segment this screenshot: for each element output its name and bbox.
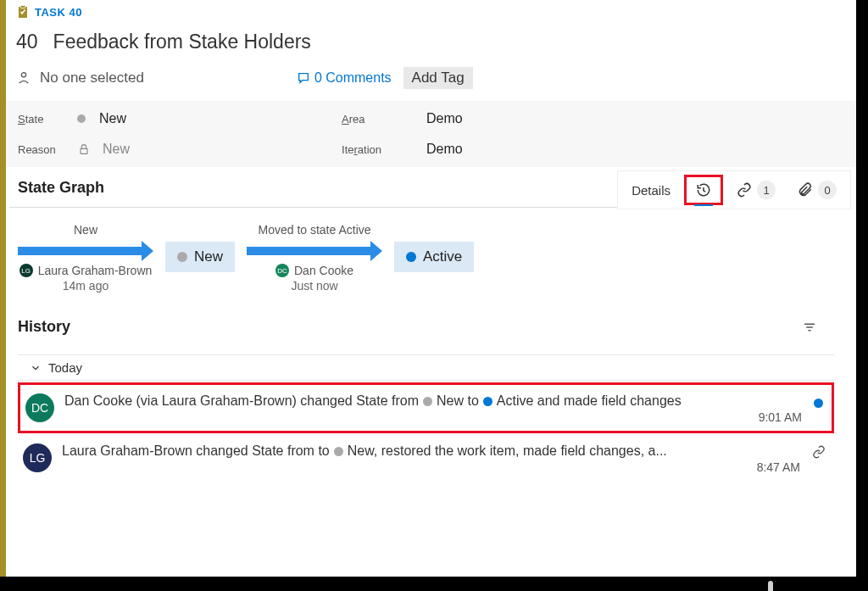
- filter-icon[interactable]: [802, 320, 817, 335]
- sg-transition-1: New LG Laura Graham-Brown 14m ago: [18, 223, 153, 293]
- lock-icon: [77, 142, 91, 156]
- entry-body: Laura Graham-Brown changed State from to…: [62, 443, 802, 474]
- content-area: Details 1 0 State Graph New LG: [6, 167, 856, 481]
- field-reason[interactable]: Reason New: [18, 142, 130, 157]
- reason-value: New: [103, 142, 130, 157]
- history-head: History: [18, 318, 834, 336]
- entry-text: Dan Cooke (via Laura Graham-Brown) chang…: [64, 393, 804, 409]
- history-title: History: [18, 318, 70, 336]
- fields-grid: SStatetate New Reason New AreaArea Demo …: [6, 101, 856, 167]
- entry-time: 8:47 AM: [62, 460, 802, 474]
- unread-dot-icon: [814, 399, 823, 408]
- history-entry-1[interactable]: DC Dan Cooke (via Laura Graham-Brown) ch…: [20, 385, 832, 431]
- link-icon[interactable]: [812, 445, 826, 459]
- area-value: Demo: [426, 111, 463, 126]
- history-section: History Today DC Dan Cooke (via Laura Gr…: [9, 293, 843, 481]
- attachments-count: 0: [818, 181, 837, 199]
- dot-grey-icon: [334, 447, 343, 456]
- dot-blue-icon: [483, 397, 492, 406]
- comments-count: 0 Comments: [314, 70, 392, 86]
- entry-actions: [814, 395, 823, 408]
- iteration-value: Demo: [426, 142, 463, 157]
- person-icon: [16, 70, 31, 86]
- history-group-label: Today: [48, 360, 82, 375]
- sg-meta-2: DC Dan Cooke: [275, 264, 353, 277]
- highlight-history-entry: DC Dan Cooke (via Laura Graham-Brown) ch…: [18, 382, 834, 433]
- svg-point-2: [21, 73, 25, 77]
- state-value: New: [99, 111, 126, 126]
- tab-details[interactable]: Details: [623, 178, 679, 203]
- iteration-label: IterationIteration: [342, 143, 426, 156]
- tab-links[interactable]: 1: [728, 176, 784, 204]
- sg-time-1: 14m ago: [63, 279, 108, 293]
- entry-time: 9:01 AM: [64, 410, 804, 424]
- history-group-today[interactable]: Today: [18, 354, 834, 381]
- assigned-label: No one selected: [40, 70, 144, 86]
- title-row: 40 Feedback from Stake Holders: [6, 19, 856, 53]
- sg-label-2: Moved to state Active: [258, 223, 370, 238]
- entry-actions: [812, 445, 826, 459]
- svg-rect-1: [20, 6, 25, 8]
- sg-state-active-label: Active: [423, 248, 462, 265]
- tab-history[interactable]: [687, 177, 720, 203]
- scrollbar-thumb[interactable]: [768, 581, 773, 591]
- reason-label: Reason: [18, 143, 77, 156]
- sg-user-1: Laura Graham-Brown: [38, 264, 153, 277]
- meta-row: No one selected 0 Comments Add Tag: [6, 53, 856, 101]
- task-type-label: TASK 40: [35, 6, 82, 19]
- field-area[interactable]: AreaArea Demo: [342, 111, 463, 126]
- history-entry-2[interactable]: LG Laura Graham-Brown changed State from…: [18, 435, 834, 481]
- state-dot-icon: [77, 114, 86, 123]
- sg-state-active[interactable]: Active: [394, 242, 474, 272]
- history-list: Today DC Dan Cooke (via Laura Graham-Bro…: [18, 354, 834, 481]
- avatar-icon: DC: [25, 393, 54, 422]
- dot-grey-icon: [177, 252, 187, 262]
- assigned-to[interactable]: No one selected: [16, 70, 144, 86]
- sg-state-new-label: New: [194, 248, 223, 265]
- work-item-id: 40: [16, 31, 38, 53]
- arrow-icon: [247, 243, 382, 259]
- clipboard-icon: [16, 5, 30, 19]
- sg-time-2: Just now: [291, 279, 337, 293]
- comment-icon: [297, 71, 310, 85]
- paperclip-icon: [798, 182, 813, 198]
- field-iteration[interactable]: IterationIteration Demo: [342, 142, 463, 157]
- sg-meta-1: LG Laura Graham-Brown: [19, 264, 153, 277]
- highlight-history-tab: [684, 175, 723, 205]
- task-type-badge[interactable]: TASK 40: [16, 5, 856, 19]
- entry-body: Dan Cooke (via Laura Graham-Brown) chang…: [64, 393, 804, 424]
- avatar-icon: LG: [23, 443, 52, 472]
- state-label: SStatetate: [18, 113, 77, 125]
- state-graph: New LG Laura Graham-Brown 14m ago New Mo…: [9, 208, 843, 293]
- arrow-icon: [18, 243, 153, 259]
- add-tag-button[interactable]: Add Tag: [403, 67, 473, 89]
- tabs-bar: Details 1 0: [617, 170, 851, 209]
- work-item-title[interactable]: Feedback from Stake Holders: [53, 31, 311, 53]
- svg-rect-3: [81, 148, 87, 153]
- links-count: 1: [757, 181, 776, 199]
- fields-col-left: SStatetate New Reason New: [18, 111, 130, 157]
- comments-link[interactable]: 0 Comments: [297, 70, 392, 86]
- link-icon: [737, 182, 752, 198]
- dot-grey-icon: [423, 397, 432, 406]
- dot-blue-icon: [406, 252, 416, 262]
- sg-transition-2: Moved to state Active DC Dan Cooke Just …: [247, 223, 382, 293]
- fields-col-right: AreaArea Demo IterationIteration Demo: [342, 111, 463, 157]
- area-label: AreaArea: [342, 113, 426, 125]
- history-icon: [696, 182, 711, 198]
- entry-text: Laura Graham-Brown changed State from to…: [62, 443, 802, 459]
- header: TASK 40: [6, 0, 856, 19]
- avatar-icon: LG: [19, 264, 33, 277]
- sg-user-2: Dan Cooke: [294, 264, 353, 277]
- tab-attachments[interactable]: 0: [789, 176, 845, 204]
- sg-label-1: New: [74, 223, 97, 238]
- sg-state-new[interactable]: New: [165, 242, 235, 272]
- chevron-down-icon: [30, 362, 42, 374]
- avatar-icon: DC: [275, 264, 289, 277]
- work-item-panel: TASK 40 40 Feedback from Stake Holders N…: [0, 0, 856, 577]
- field-state[interactable]: SStatetate New: [18, 111, 130, 126]
